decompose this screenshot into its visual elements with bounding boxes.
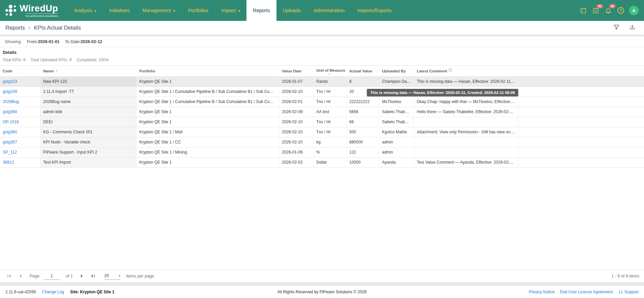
cell-code: gstg360 bbox=[0, 127, 40, 137]
kpi-code-link[interactable]: OP-1016 bbox=[3, 120, 19, 124]
nav-item-label: Reports bbox=[253, 8, 270, 13]
table-row[interactable]: gstg360KG - Comments Check 001Krypton QE… bbox=[0, 127, 644, 137]
table-row[interactable]: SP_112PiPware Support - Input KPI 2Krypt… bbox=[0, 147, 644, 158]
nav-item-impact[interactable]: Impact▾ bbox=[215, 0, 246, 21]
column-header-actual-value[interactable]: Actual Value bbox=[347, 66, 379, 76]
column-header-unit-of-measure[interactable]: Unit of Measure… bbox=[314, 66, 347, 76]
nav-item-analysis[interactable]: Analysis▾ bbox=[67, 0, 103, 21]
details-title: Details bbox=[3, 50, 641, 55]
cell-value-date: 2026-02-02 bbox=[279, 158, 314, 167]
breadcrumb-section[interactable]: Reports bbox=[5, 25, 25, 31]
column-header-code[interactable]: Code bbox=[0, 66, 40, 76]
clipped-text-indicator: … bbox=[328, 72, 331, 74]
kpi-code-link[interactable]: gstg323 bbox=[3, 79, 17, 84]
privacy-notice-link[interactable]: Privacy Notice bbox=[529, 290, 555, 294]
page-number-input[interactable]: 1 bbox=[43, 272, 60, 280]
table-row[interactable]: 36912Test KPI ImportKrypton QE Site 1202… bbox=[0, 158, 644, 168]
cell-unit: Tns / Hr bbox=[314, 87, 347, 97]
download-icon[interactable] bbox=[629, 24, 636, 32]
pagination-bar: Page 1 of 1 20 ▾ items per page 1 - 9 of… bbox=[0, 269, 644, 282]
page-size-select[interactable]: 20 ▾ bbox=[104, 272, 120, 280]
calendar-check-icon[interactable]: 41 bbox=[592, 6, 600, 14]
cell-code: gstg249 bbox=[0, 87, 40, 97]
cell-name: KPI Node - Variable check bbox=[40, 137, 137, 147]
kpi-code-link[interactable]: SP_112 bbox=[3, 150, 17, 155]
cell-uploaded-by: Kgotso Mathe bbox=[379, 127, 414, 137]
kpi-code-link[interactable]: gstg249 bbox=[3, 89, 17, 94]
details-header: Details Total KPIs: 9 Total Uploaded KPI… bbox=[0, 47, 644, 66]
table-row[interactable]: gstg358admin kklkKrypton QE Site 12026-0… bbox=[0, 107, 644, 117]
cell-portfolio: Krypton QE Site 1 / Mining bbox=[137, 147, 279, 157]
filter-icon[interactable] bbox=[613, 24, 620, 32]
total-kpis: Total KPIs: 9 bbox=[3, 58, 25, 62]
table-row[interactable]: OP-1016DEErKrypton QE Site 12026-02-10Tn… bbox=[0, 117, 644, 127]
column-header-name[interactable]: Name↑ bbox=[40, 66, 137, 76]
notifications-bell-icon[interactable]: 16 bbox=[604, 6, 612, 14]
nav-item-administration[interactable]: Administration bbox=[307, 0, 351, 21]
page-count-label: of 1 bbox=[66, 274, 73, 278]
cell-filler bbox=[518, 77, 644, 87]
cell-code: gstg358 bbox=[0, 107, 40, 117]
breadcrumb-bar: Reports > KPIs Actual Details bbox=[0, 21, 644, 35]
first-page-button[interactable] bbox=[5, 272, 13, 280]
items-per-page-label: items per page bbox=[126, 274, 154, 278]
kpi-code-link[interactable]: gstg357 bbox=[3, 140, 17, 144]
nav-item-portfolios[interactable]: Portfolios bbox=[181, 0, 214, 21]
kpi-code-link[interactable]: 2026Bug bbox=[3, 99, 19, 104]
main-navigation: Analysis▾InitiativesManagement▾Portfolio… bbox=[67, 0, 398, 21]
logo[interactable]: WiredUp for performance excellence bbox=[0, 0, 61, 21]
cell-portfolio: Krypton QE Site 1 bbox=[137, 158, 279, 167]
cell-unit: AA test bbox=[314, 107, 347, 117]
table-row[interactable]: gstg2492.11.4 Import -TTKrypton QE Site … bbox=[0, 87, 644, 97]
cell-comment bbox=[414, 117, 518, 127]
eula-link[interactable]: End User License Agreement bbox=[560, 290, 613, 294]
nav-item-initiatives[interactable]: Initiatives bbox=[103, 0, 136, 21]
cell-portfolio: Krypton QE Site 1 bbox=[137, 107, 279, 117]
kpi-code-link[interactable]: 36912 bbox=[3, 160, 14, 165]
nav-item-management[interactable]: Management▾ bbox=[136, 0, 181, 21]
column-header-portfolio[interactable]: Portfolio bbox=[137, 66, 279, 76]
last-page-button[interactable] bbox=[88, 272, 97, 280]
nav-item-imports-exports[interactable]: Imports/Exports bbox=[351, 0, 398, 21]
kpi-code-link[interactable]: gstg360 bbox=[3, 130, 17, 134]
column-header-latest-comment[interactable]: Latest Commenti bbox=[414, 66, 518, 76]
footer-left: 2.11.6-uat-42599 Change Log Site: Krypto… bbox=[5, 290, 114, 294]
table-row[interactable]: gstg357KPI Node - Variable checkKrypton … bbox=[0, 137, 644, 147]
cell-filler bbox=[518, 87, 644, 97]
next-page-button[interactable] bbox=[77, 272, 86, 280]
cell-value-date: 2026-02-10 bbox=[279, 117, 314, 127]
kpi-code-link[interactable]: gstg358 bbox=[3, 109, 17, 114]
cell-filler bbox=[518, 127, 644, 137]
cell-code: 2026Bug bbox=[0, 97, 40, 107]
column-header-uploaded-by[interactable]: Uploaded By bbox=[379, 66, 414, 76]
nav-item-uploads[interactable]: Uploads bbox=[276, 0, 307, 21]
previous-page-button[interactable] bbox=[16, 272, 25, 280]
page-label: Page bbox=[30, 274, 39, 278]
support-link[interactable]: Support bbox=[618, 290, 639, 295]
change-log-link[interactable]: Change Log bbox=[42, 290, 64, 294]
cell-uploaded-by: Champion Daught… bbox=[379, 77, 414, 87]
comment-tooltip: This is missing data — Hasan, Effective:… bbox=[367, 89, 518, 96]
chevron-right-icon: > bbox=[28, 25, 31, 31]
nav-item-label: Management bbox=[142, 8, 171, 13]
cell-portfolio: Krypton QE Site 1 bbox=[137, 77, 279, 87]
copyright-label: All Rights Reserved by PiPware Solutions… bbox=[277, 290, 367, 294]
user-avatar[interactable]: A bbox=[629, 6, 639, 15]
column-header-value-date[interactable]: Value Date bbox=[279, 66, 314, 76]
details-totals: Total KPIs: 9 Total Uploaded KPIs: 9 Com… bbox=[3, 58, 641, 62]
footer-right: Privacy Notice End User License Agreemen… bbox=[529, 290, 639, 295]
calendar-icon[interactable] bbox=[579, 6, 587, 14]
table-row[interactable]: gstg323New KPI 123Krypton QE Site 12026-… bbox=[0, 77, 644, 87]
nav-item-label: Imports/Exports bbox=[357, 8, 392, 13]
table-row[interactable]: 2026Bug2026Bug nameKrypton QE Site 1 / C… bbox=[0, 97, 644, 107]
cell-comment: Test Value Comment — Ayanda, Effective: … bbox=[414, 158, 518, 167]
help-icon[interactable]: ? bbox=[617, 6, 625, 14]
nav-item-reports[interactable]: Reports bbox=[246, 0, 276, 21]
cell-name: New KPI 123 bbox=[40, 77, 137, 87]
nav-item-label: Administration bbox=[314, 8, 345, 13]
tasks-badge: 41 bbox=[596, 4, 603, 8]
breadcrumb: Reports > KPIs Actual Details bbox=[5, 25, 81, 31]
cell-unit: Tns / Hr bbox=[314, 127, 347, 137]
cell-comment bbox=[414, 137, 518, 147]
cell-unit: Dollar bbox=[314, 158, 347, 167]
